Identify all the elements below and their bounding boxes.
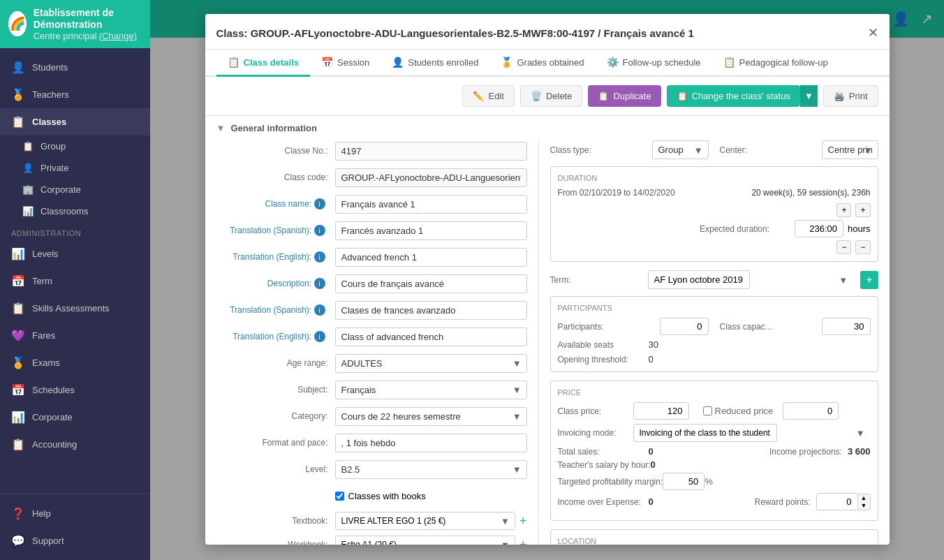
- delete-button[interactable]: 🗑️ Delete: [520, 85, 583, 107]
- form-row-trans-spanish2: Translation (Spanish): i: [216, 300, 527, 320]
- class-name-input[interactable]: [335, 195, 527, 214]
- textbook-add-button[interactable]: +: [515, 514, 527, 529]
- duration-plus1-button[interactable]: +: [836, 203, 851, 217]
- tab-class-details[interactable]: 📋 Class details: [216, 50, 311, 77]
- duration-minus1-button[interactable]: −: [836, 240, 851, 254]
- sidebar-item-corporate2[interactable]: 📊 Corporate: [0, 404, 150, 431]
- tab-grades-obtained[interactable]: 🏅 Grades obtained: [489, 50, 595, 77]
- available-seats-row: Available seats 30: [558, 339, 871, 350]
- change-status-dropdown[interactable]: ▼: [800, 85, 818, 107]
- sidebar-item-levels[interactable]: 📊 Levels: [0, 240, 150, 267]
- tabs: 📋 Class details 📅 Session 👤 Students enr…: [205, 50, 890, 77]
- reduced-price-input[interactable]: [783, 402, 839, 420]
- term-select[interactable]: AF Lyon octobre 2019: [648, 270, 750, 289]
- subject-select[interactable]: Français: [335, 381, 527, 399]
- classes-with-books-checkbox[interactable]: [335, 492, 344, 501]
- sidebar-item-help[interactable]: ❓ Help: [0, 500, 150, 527]
- form-row-age-range: Age range: ADULTES ▼: [216, 353, 527, 374]
- description-input[interactable]: [335, 274, 527, 293]
- workbook-add-button[interactable]: +: [515, 538, 527, 545]
- sidebar-item-support[interactable]: 💬 Support: [0, 527, 150, 554]
- trans-english-input[interactable]: [335, 248, 527, 267]
- category-select[interactable]: Cours de 22 heures semestre: [335, 407, 527, 426]
- textbook-select[interactable]: LIVRE ALTER EGO 1 (25 €): [335, 512, 515, 530]
- available-seats-value: 30: [649, 339, 658, 350]
- trans-spanish2-input[interactable]: [335, 301, 527, 320]
- duration-minus2-button[interactable]: −: [855, 240, 870, 254]
- sidebar-item-schedules[interactable]: 📅 Schedules: [0, 376, 150, 404]
- reward-spin-up-button[interactable]: ▲: [858, 494, 870, 502]
- sidebar-item-skills[interactable]: 📋 Skills Assessments: [0, 295, 150, 322]
- trans-spanish-input[interactable]: [335, 221, 527, 240]
- sidebar-item-corporate[interactable]: 🏢 Corporate: [0, 179, 150, 200]
- term-add-button[interactable]: +: [860, 271, 878, 289]
- sidebar-item-group[interactable]: 📋 Group: [0, 135, 150, 157]
- section-header: ▼ General information: [205, 116, 890, 140]
- tab-students-enrolled[interactable]: 👤 Students enrolled: [381, 50, 489, 77]
- close-button[interactable]: ✕: [868, 25, 878, 49]
- chevron-down-icon: ▼: [216, 123, 226, 133]
- trans-english-label: Translation (English): i: [216, 251, 335, 263]
- toolbar: ✏️ Edit 🗑️ Delete 📋 Duplicate 📋 Change t…: [205, 77, 890, 116]
- change-status-button[interactable]: 📋 Change the class' status: [667, 85, 800, 107]
- sidebar: 🌈 Etablissement de Démonstration Centre …: [0, 0, 150, 560]
- opening-threshold-label: Opening threshold:: [558, 355, 649, 364]
- tab-pedagogical-follow-up[interactable]: 📋 Pedagogical follow-up: [712, 50, 839, 77]
- subject-select-wrap: Français ▼: [335, 381, 527, 399]
- print-button[interactable]: 🖨️ Print: [823, 85, 878, 107]
- sidebar-item-classes[interactable]: 📋 Classes: [0, 108, 150, 135]
- reward-points-input[interactable]: [816, 493, 858, 510]
- sidebar-item-classrooms[interactable]: 📊 Classrooms: [0, 200, 150, 222]
- modal-title-bar: Class: GROUP.-AFLyonoctobre-ADU-Langueso…: [205, 14, 890, 50]
- description-info-icon: i: [314, 278, 325, 289]
- sidebar-item-term[interactable]: 📅 Term: [0, 267, 150, 295]
- age-range-select[interactable]: ADULTES: [335, 354, 527, 373]
- income-projections-group: Income projections: 3 600: [769, 446, 871, 457]
- location-title: Location: [558, 537, 871, 545]
- class-price-input[interactable]: [633, 402, 689, 420]
- opening-threshold-row: Opening threshold: 0: [558, 354, 871, 364]
- center-select[interactable]: Centre principal: [822, 140, 878, 159]
- center-label: Center:: [720, 145, 811, 155]
- sidebar-item-accounting[interactable]: 📋 Accounting: [0, 431, 150, 458]
- class-code-input[interactable]: [335, 168, 527, 187]
- format-pace-input[interactable]: [335, 434, 527, 452]
- duration-section: Duration From 02/10/2019 to 14/02/2020 2…: [550, 166, 878, 262]
- sidebar-item-private[interactable]: 👤 Private: [0, 157, 150, 179]
- trans-english2-label: Translation (English): i: [216, 331, 335, 342]
- trans-spanish2-label: Translation (Spanish): i: [216, 304, 335, 316]
- edit-button[interactable]: ✏️ Edit: [462, 85, 514, 107]
- reward-spin-down-button[interactable]: ▼: [858, 502, 870, 510]
- class-name-label: Class name: i: [216, 198, 335, 209]
- sidebar-item-fares[interactable]: 💜 Fares: [0, 322, 150, 349]
- targeted-margin-input[interactable]: [663, 473, 705, 490]
- students-icon: 👤: [11, 61, 25, 74]
- tab-session[interactable]: 📅 Session: [310, 50, 381, 77]
- level-select[interactable]: B2.5: [335, 460, 527, 479]
- modal-overlay: Class: GROUP.-AFLyonoctobre-ADU-Langueso…: [150, 0, 944, 560]
- invoicing-select[interactable]: Invoicing of the class to the student: [633, 424, 777, 442]
- class-capac-input[interactable]: [822, 318, 871, 335]
- reduced-price-checkbox[interactable]: [703, 406, 712, 415]
- classe-no-input[interactable]: [335, 142, 527, 161]
- expected-duration-input[interactable]: [795, 220, 843, 237]
- term-select-wrap: AF Lyon octobre 2019 ▼: [648, 270, 854, 289]
- price-title: Price: [558, 388, 871, 397]
- workbook-select[interactable]: Echo A1 (20 €): [335, 536, 515, 545]
- duration-plus2-button[interactable]: +: [855, 203, 870, 217]
- class-type-select[interactable]: Group: [652, 140, 709, 159]
- sidebar-item-teachers[interactable]: 🏅 Teachers: [0, 81, 150, 108]
- trans-english2-input[interactable]: [335, 327, 527, 346]
- tab-follow-up-schedule[interactable]: ⚙️ Follow-up schedule: [596, 50, 712, 77]
- location-section: Location Location: On site center ▼: [550, 529, 878, 545]
- textbook-select-wrap: LIVRE ALTER EGO 1 (25 €) ▼: [335, 512, 515, 530]
- help-icon: ❓: [11, 507, 25, 520]
- sidebar-item-students[interactable]: 👤 Students: [0, 54, 150, 81]
- duplicate-button[interactable]: 📋 Duplicate: [588, 85, 661, 107]
- duration-title: Duration: [558, 174, 871, 182]
- support-icon: 💬: [11, 534, 25, 547]
- participants-input[interactable]: [660, 318, 709, 335]
- reduced-price-label: Reduced price: [703, 406, 774, 416]
- participants-row: Participants: Class capac...: [558, 318, 871, 335]
- sidebar-item-exams[interactable]: 🏅 Exams: [0, 349, 150, 376]
